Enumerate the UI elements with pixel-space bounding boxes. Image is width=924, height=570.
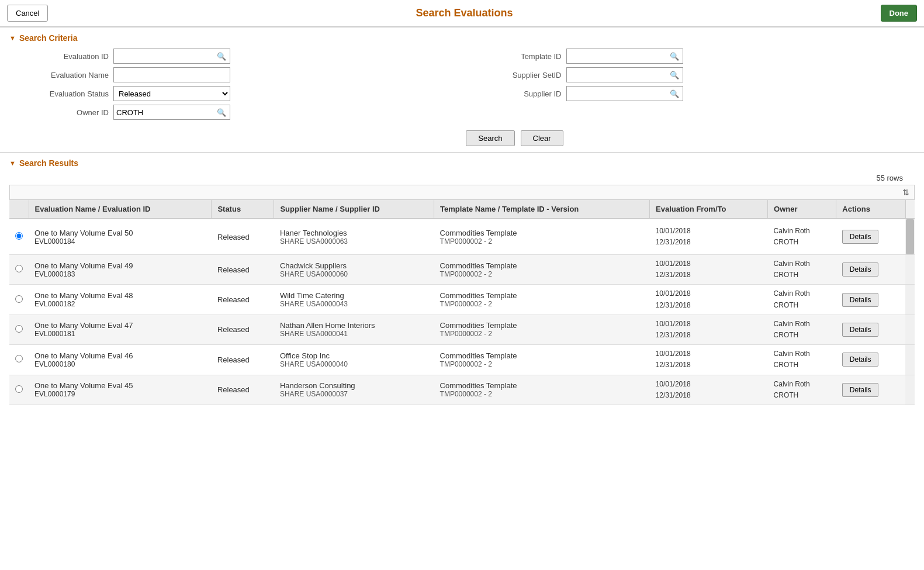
evaluation-status-select[interactable]: Released Draft Closed Cancelled (113, 86, 230, 101)
page-header: Cancel Search Evaluations Done (0, 0, 924, 27)
search-results-header[interactable]: ▼ Search Results (9, 158, 915, 168)
supplier-id-input[interactable] (569, 89, 669, 98)
row-select-cell (9, 219, 29, 255)
owner-name: Calvin RothCROTH (774, 379, 830, 401)
template-name: Commodities Template (440, 229, 644, 237)
results-table: Evaluation Name / Evaluation ID Status S… (9, 200, 915, 405)
row-radio-5[interactable] (15, 385, 23, 393)
eval-id: EVL0000179 (34, 390, 206, 398)
supplier-cell: Nathan Allen Home InteriorsSHARE USA0000… (274, 315, 434, 344)
evaluation-id-label: Evaluation ID (27, 52, 109, 61)
supplier-cell: Haner TechnologiesSHARE USA0000063 (274, 219, 434, 255)
owner-name: Calvin RothCROTH (774, 348, 830, 371)
cancel-button[interactable]: Cancel (7, 5, 48, 22)
owner-name: Calvin RothCROTH (774, 258, 830, 281)
col-template: Template Name / Template ID - Version (434, 200, 650, 219)
row-radio-4[interactable] (15, 355, 23, 362)
template-id-search-icon[interactable]: 🔍 (669, 52, 680, 61)
eval-id: EVL0000180 (34, 360, 206, 368)
results-section-label: Search Results (19, 158, 78, 168)
results-table-wrapper: Evaluation Name / Evaluation ID Status S… (9, 200, 915, 405)
row-radio-1[interactable] (15, 265, 23, 272)
eval-name: One to Many Volume Eval 49 (34, 261, 206, 270)
details-button-0[interactable]: Details (842, 230, 879, 244)
row-radio-0[interactable] (15, 232, 23, 240)
row-select-cell (9, 255, 29, 285)
owner-id-search-icon[interactable]: 🔍 (216, 108, 227, 117)
eval-dates-cell: 10/01/201812/31/2018 (650, 345, 768, 375)
details-button-5[interactable]: Details (842, 383, 879, 397)
evaluation-status-label: Evaluation Status (27, 89, 109, 98)
row-select-cell (9, 375, 29, 405)
scroll-spacer (905, 255, 915, 285)
supplier-setid-input[interactable] (569, 71, 669, 80)
supplier-cell: Office Stop IncSHARE USA0000040 (274, 345, 434, 375)
supplier-id-row: Supplier ID 🔍 (480, 86, 898, 101)
supplier-id-input-wrapper: 🔍 (566, 86, 683, 101)
template-cell: Commodities TemplateTMP0000002 - 2 (434, 315, 650, 344)
eval-from-date: 10/01/201812/31/2018 (656, 258, 762, 281)
eval-from-date: 10/01/201812/31/2018 (656, 226, 762, 248)
row-select-cell (9, 285, 29, 315)
evaluation-id-search-icon[interactable]: 🔍 (216, 52, 227, 61)
template-id-ver: TMP0000002 - 2 (440, 330, 644, 338)
details-button-2[interactable]: Details (842, 293, 879, 307)
criteria-collapse-arrow: ▼ (9, 34, 16, 42)
search-criteria-header[interactable]: ▼ Search Criteria (9, 33, 915, 43)
details-button-4[interactable]: Details (842, 353, 879, 367)
status-cell: Released (212, 285, 274, 315)
template-id-input-wrapper: 🔍 (566, 49, 683, 64)
details-button-1[interactable]: Details (842, 262, 879, 277)
eval-name-id-cell: One to Many Volume Eval 48EVL0000182 (29, 285, 212, 315)
supplier-id-search-icon[interactable]: 🔍 (669, 89, 680, 98)
template-id-input[interactable] (569, 52, 669, 61)
details-button-3[interactable]: Details (842, 323, 879, 337)
eval-id: EVL0000181 (34, 330, 206, 338)
evaluation-name-label: Evaluation Name (27, 71, 109, 80)
owner-cell: Calvin RothCROTH (768, 315, 836, 344)
col-eval-name-id: Evaluation Name / Evaluation ID (29, 200, 212, 219)
evaluation-id-input[interactable] (116, 52, 216, 61)
done-button[interactable]: Done (881, 5, 918, 22)
page-title: Search Evaluations (48, 7, 880, 19)
search-button[interactable]: Search (466, 130, 514, 146)
supplier-cell: Chadwick SuppliersSHARE USA0000060 (274, 255, 434, 285)
actions-cell: Details (836, 219, 905, 255)
col-supplier: Supplier Name / Supplier ID (274, 200, 434, 219)
eval-name-id-cell: One to Many Volume Eval 47EVL0000181 (29, 315, 212, 344)
supplier-id-label: Supplier ID (480, 89, 562, 98)
eval-from-date: 10/01/201812/31/2018 (656, 288, 762, 310)
results-collapse-arrow: ▼ (9, 160, 16, 167)
supplier-setid: SHARE USA0000037 (280, 390, 428, 398)
eval-dates-cell: 10/01/201812/31/2018 (650, 315, 768, 344)
template-id-row: Template ID 🔍 (480, 49, 898, 64)
sort-icon[interactable]: ⇅ (902, 188, 909, 197)
owner-id-input[interactable] (116, 108, 216, 117)
supplier-name: Office Stop Inc (280, 351, 428, 360)
row-radio-2[interactable] (15, 295, 23, 303)
supplier-name: Wild Time Catering (280, 291, 428, 300)
supplier-name: Haner Technologies (280, 229, 428, 237)
template-id-ver: TMP0000002 - 2 (440, 270, 644, 278)
evaluation-name-input[interactable] (116, 71, 227, 80)
owner-cell: Calvin RothCROTH (768, 219, 836, 255)
template-id-label: Template ID (480, 52, 562, 61)
template-id-ver: TMP0000002 - 2 (440, 300, 644, 308)
table-row: One to Many Volume Eval 46EVL0000180Rele… (9, 345, 915, 375)
supplier-setid-search-icon[interactable]: 🔍 (669, 71, 680, 80)
owner-cell: Calvin RothCROTH (768, 285, 836, 315)
eval-name-id-cell: One to Many Volume Eval 45EVL0000179 (29, 375, 212, 405)
col-status: Status (212, 200, 274, 219)
eval-from-date: 10/01/201812/31/2018 (656, 348, 762, 371)
clear-button[interactable]: Clear (521, 130, 563, 146)
scroll-spacer (905, 345, 915, 375)
table-row: One to Many Volume Eval 50EVL0000184Rele… (9, 219, 915, 255)
eval-id: EVL0000182 (34, 300, 206, 308)
row-radio-3[interactable] (15, 325, 23, 333)
owner-id-input-wrapper: 🔍 (113, 105, 230, 120)
supplier-setid: SHARE USA0000063 (280, 237, 428, 246)
table-row: One to Many Volume Eval 48EVL0000182Rele… (9, 285, 915, 315)
table-header-row: Evaluation Name / Evaluation ID Status S… (9, 200, 915, 219)
scroll-spacer (905, 375, 915, 405)
table-row: One to Many Volume Eval 45EVL0000179Rele… (9, 375, 915, 405)
